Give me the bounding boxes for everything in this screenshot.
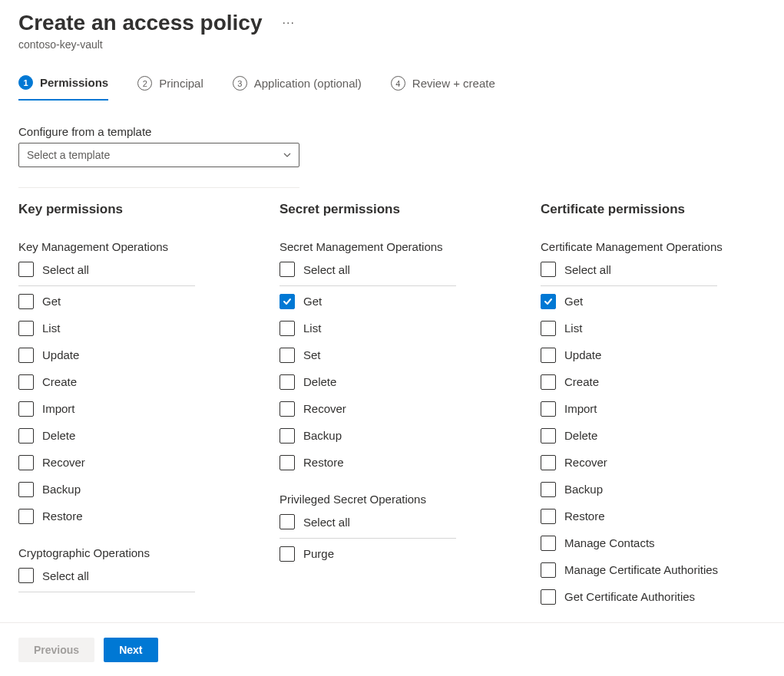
permission-checkbox[interactable]: Delete — [280, 368, 510, 395]
step-number: 1 — [18, 75, 33, 90]
permission-checkbox[interactable]: Create — [541, 368, 771, 395]
checkbox-label: Delete — [42, 429, 75, 442]
column-header: Certificate permissions — [541, 202, 771, 217]
permission-checkbox[interactable]: Backup — [541, 476, 771, 503]
template-select[interactable]: Select a template — [18, 143, 299, 167]
permission-checkbox[interactable]: Manage Contacts — [541, 529, 771, 556]
checkbox-icon — [280, 262, 295, 277]
select-all-checkbox[interactable]: Select all — [280, 259, 456, 286]
checkbox-icon — [18, 374, 34, 390]
permission-checkbox[interactable]: Delete — [18, 422, 249, 449]
checkbox-icon — [280, 321, 295, 336]
permission-checkbox[interactable]: Delete — [541, 422, 771, 449]
step-number: 4 — [391, 76, 405, 91]
permission-checkbox[interactable]: List — [541, 315, 771, 341]
checkbox-icon — [280, 455, 295, 470]
step-number: 3 — [233, 76, 247, 91]
checkbox-icon — [541, 428, 556, 444]
checkbox-label: Create — [42, 375, 77, 388]
checkbox-icon — [280, 348, 295, 363]
checkbox-label: Import — [564, 402, 597, 415]
select-all-checkbox[interactable]: Select all — [280, 512, 456, 539]
checkbox-icon — [280, 428, 295, 444]
permission-checkbox[interactable]: Update — [18, 341, 249, 368]
more-icon[interactable]: ··· — [283, 16, 295, 30]
permission-checkbox[interactable]: Update — [541, 341, 771, 368]
select-all-checkbox[interactable]: Select all — [541, 259, 717, 286]
previous-button[interactable]: Previous — [18, 638, 94, 662]
checkbox-icon — [280, 294, 295, 309]
permission-checkbox[interactable]: Get — [541, 288, 771, 315]
permission-checkbox[interactable]: Recover — [280, 395, 510, 422]
checkbox-icon — [280, 374, 295, 390]
checkbox-label: Delete — [303, 375, 336, 388]
step-number: 2 — [137, 76, 152, 91]
permission-checkbox[interactable]: List — [18, 315, 249, 341]
checkbox-label: Recover — [303, 402, 346, 415]
permission-checkbox[interactable]: Restore — [18, 503, 249, 529]
checkbox-icon — [18, 455, 34, 470]
checkbox-icon — [18, 348, 34, 363]
permission-checkbox[interactable]: Recover — [541, 449, 771, 476]
tab-application-optional-[interactable]: 3Application (optional) — [233, 75, 362, 101]
permission-checkbox[interactable]: Import — [541, 395, 771, 422]
page-title: Create an access policy — [18, 11, 263, 35]
template-select-placeholder: Select a template — [27, 149, 110, 161]
checkbox-icon — [18, 262, 34, 277]
permission-checkbox[interactable]: Get Certificate Authorities — [541, 583, 771, 610]
checkbox-label: Select all — [303, 263, 350, 276]
tab-principal[interactable]: 2Principal — [137, 75, 203, 101]
next-button[interactable]: Next — [104, 638, 157, 662]
checkbox-icon — [541, 321, 556, 336]
permission-checkbox[interactable]: Import — [18, 395, 249, 422]
permission-checkbox[interactable]: Create — [18, 368, 249, 395]
permission-checkbox[interactable]: Purge — [280, 540, 510, 567]
checkbox-label: Update — [564, 348, 601, 361]
checkbox-icon — [18, 294, 34, 309]
column-header: Key permissions — [18, 202, 249, 217]
tab-label: Application (optional) — [254, 77, 362, 90]
checkbox-icon — [280, 401, 295, 417]
template-label: Configure from a template — [18, 125, 766, 138]
permission-checkbox[interactable]: Get — [280, 288, 510, 315]
checkbox-label: Delete — [564, 429, 597, 442]
permission-checkbox[interactable]: Backup — [18, 476, 249, 503]
select-all-checkbox[interactable]: Select all — [18, 259, 195, 286]
checkbox-label: List — [42, 322, 60, 335]
checkbox-label: Update — [42, 348, 79, 361]
tab-review-create[interactable]: 4Review + create — [391, 75, 495, 101]
checkbox-label: Set — [303, 348, 321, 361]
select-all-checkbox[interactable]: Select all — [18, 566, 195, 592]
checkbox-icon — [541, 348, 556, 363]
checkbox-label: Create — [564, 375, 599, 388]
checkbox-label: Get Certificate Authorities — [564, 590, 695, 603]
checkbox-label: Recover — [42, 456, 85, 469]
permission-checkbox[interactable]: Restore — [541, 503, 771, 529]
checkbox-label: Backup — [564, 483, 603, 496]
tab-label: Principal — [159, 77, 203, 90]
checkbox-icon — [18, 321, 34, 336]
checkbox-label: Select all — [42, 263, 89, 276]
checkbox-label: Manage Certificate Authorities — [564, 563, 718, 576]
permission-checkbox[interactable]: List — [280, 315, 510, 341]
checkbox-label: Backup — [42, 483, 81, 496]
tab-label: Review + create — [412, 77, 495, 90]
checkbox-icon — [18, 509, 34, 524]
permission-checkbox[interactable]: Recover — [18, 449, 249, 476]
column-header: Secret permissions — [280, 202, 510, 217]
permission-checkbox[interactable]: Set — [280, 341, 510, 368]
permission-checkbox[interactable]: Get — [18, 288, 249, 315]
tab-permissions[interactable]: 1Permissions — [18, 75, 108, 101]
permission-checkbox[interactable]: Manage Certificate Authorities — [541, 556, 771, 583]
permission-checkbox[interactable]: Restore — [280, 449, 510, 476]
tab-label: Permissions — [40, 76, 108, 89]
permission-checkbox[interactable]: Backup — [280, 422, 510, 449]
checkbox-icon — [541, 401, 556, 417]
checkbox-icon — [18, 428, 34, 444]
divider — [18, 187, 299, 188]
checkbox-icon — [541, 509, 556, 524]
checkbox-label: Backup — [303, 429, 342, 442]
checkbox-icon — [541, 536, 556, 551]
checkbox-icon — [541, 562, 556, 578]
group-title: Cryptographic Operations — [18, 546, 249, 559]
